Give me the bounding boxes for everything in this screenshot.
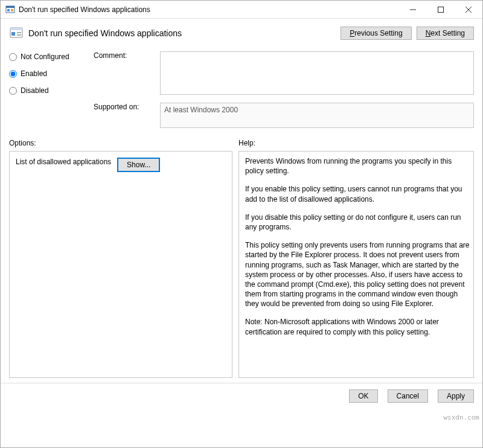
comment-label: Comment: <box>94 51 160 60</box>
svg-rect-11 <box>17 32 21 33</box>
radio-disabled[interactable]: Disabled <box>9 86 94 95</box>
watermark: wsxdn.com <box>443 414 479 421</box>
ok-button[interactable]: OK <box>349 389 377 403</box>
options-section-label: Options: <box>9 139 238 147</box>
help-text: Prevents Windows from running the progra… <box>245 156 471 176</box>
maximize-button[interactable] <box>427 1 455 19</box>
minimize-button[interactable] <box>399 1 427 19</box>
policy-icon <box>9 26 24 40</box>
comment-textarea[interactable] <box>160 51 474 95</box>
options-item-label: List of disallowed applications <box>16 158 111 166</box>
help-panel[interactable]: Prevents Windows from running the progra… <box>238 151 474 378</box>
policy-title: Don't run specified Windows applications <box>28 28 336 38</box>
apply-button[interactable]: Apply <box>438 389 474 403</box>
app-icon <box>5 5 15 14</box>
help-text: If you enable this policy setting, users… <box>245 184 471 203</box>
radio-label: Enabled <box>21 69 47 78</box>
svg-rect-9 <box>10 28 22 30</box>
svg-rect-5 <box>438 7 444 12</box>
dialog-footer: OK Cancel Apply <box>1 383 482 409</box>
svg-rect-1 <box>6 6 14 8</box>
radio-label: Not Configured <box>21 53 69 61</box>
radio-label: Disabled <box>21 86 49 95</box>
show-button[interactable]: Show... <box>117 158 160 172</box>
help-section-label: Help: <box>238 139 255 147</box>
help-text: Note: Non-Microsoft applications with Wi… <box>245 317 471 336</box>
supported-on-label: Supported on: <box>94 103 160 111</box>
svg-rect-10 <box>11 32 15 36</box>
previous-setting-button[interactable]: Previous Setting <box>341 27 411 40</box>
next-setting-button[interactable]: Next Setting <box>417 27 474 40</box>
svg-rect-3 <box>11 9 13 11</box>
radio-enabled[interactable]: Enabled <box>9 69 94 78</box>
svg-rect-2 <box>7 9 10 11</box>
radio-enabled-input[interactable] <box>9 70 17 78</box>
radio-disabled-input[interactable] <box>9 87 17 95</box>
window-title: Don't run specified Windows applications <box>19 5 399 14</box>
svg-rect-12 <box>17 34 21 36</box>
help-text: If you disable this policy setting or do… <box>245 213 471 232</box>
cancel-button[interactable]: Cancel <box>388 389 428 403</box>
radio-not-configured[interactable]: Not Configured <box>9 53 94 61</box>
radio-not-configured-input[interactable] <box>9 53 17 61</box>
help-text: This policy setting only prevents users … <box>245 240 471 309</box>
titlebar: Don't run specified Windows applications <box>1 1 482 19</box>
options-panel: List of disallowed applications Show... <box>9 151 232 378</box>
supported-on-field: At least Windows 2000 <box>160 103 474 128</box>
close-button[interactable] <box>455 1 482 19</box>
